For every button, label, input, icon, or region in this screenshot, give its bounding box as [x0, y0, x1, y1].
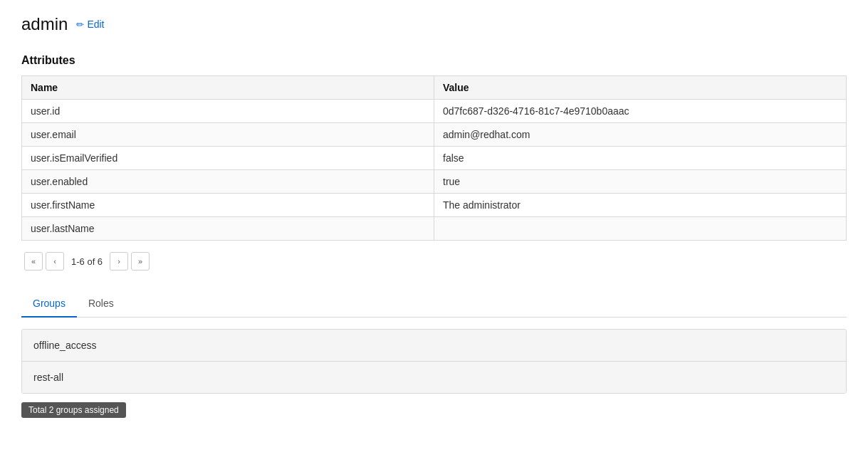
attribute-name: user.enabled	[22, 170, 434, 194]
table-row: user.lastName	[22, 217, 847, 241]
table-header-value: Value	[434, 76, 847, 100]
table-row: user.isEmailVerifiedfalse	[22, 147, 847, 170]
attribute-name: user.firstName	[22, 194, 434, 217]
attribute-value: admin@redhat.com	[434, 123, 847, 147]
groups-footer: Total 2 groups assigned	[21, 402, 847, 418]
tab-roles[interactable]: Roles	[77, 290, 125, 318]
attribute-value: 0d7fc687-d326-4716-81c7-4e9710b0aaac	[434, 100, 847, 123]
edit-link[interactable]: ✏ Edit	[76, 19, 104, 30]
last-page-button[interactable]: »	[131, 252, 150, 271]
attribute-name: user.lastName	[22, 217, 434, 241]
attribute-name: user.email	[22, 123, 434, 147]
attributes-section-title: Attributes	[21, 54, 847, 67]
tabs-bar: Groups Roles	[21, 290, 847, 318]
groups-list: offline_accessrest-all	[21, 329, 847, 394]
next-page-button[interactable]: ›	[110, 252, 128, 271]
table-row: user.enabledtrue	[22, 170, 847, 194]
table-row: user.emailadmin@redhat.com	[22, 123, 847, 147]
attribute-value: true	[434, 170, 847, 194]
table-header-name: Name	[22, 76, 434, 100]
prev-page-button[interactable]: ‹	[46, 252, 64, 271]
attribute-value	[434, 217, 847, 241]
pagination-info: 1-6 of 6	[71, 256, 103, 267]
first-page-button[interactable]: «	[24, 252, 43, 271]
attribute-value: The administrator	[434, 194, 847, 217]
list-item: rest-all	[22, 362, 846, 393]
table-row: user.firstNameThe administrator	[22, 194, 847, 217]
page-title: admin	[21, 14, 68, 34]
attributes-section: Attributes Name Value user.id0d7fc687-d3…	[21, 54, 847, 271]
tab-groups[interactable]: Groups	[21, 290, 77, 318]
edit-label: Edit	[87, 19, 104, 30]
attribute-value: false	[434, 147, 847, 170]
list-item: offline_access	[22, 330, 846, 362]
total-groups-badge: Total 2 groups assigned	[21, 402, 126, 418]
pencil-icon: ✏	[76, 19, 84, 30]
attribute-name: user.id	[22, 100, 434, 123]
attributes-table: Name Value user.id0d7fc687-d326-4716-81c…	[21, 75, 847, 241]
pagination: « ‹ 1-6 of 6 › »	[21, 252, 847, 271]
tabs-section: Groups Roles offline_accessrest-all Tota…	[21, 290, 847, 418]
attribute-name: user.isEmailVerified	[22, 147, 434, 170]
page-header: admin ✏ Edit	[21, 14, 847, 34]
table-row: user.id0d7fc687-d326-4716-81c7-4e9710b0a…	[22, 100, 847, 123]
